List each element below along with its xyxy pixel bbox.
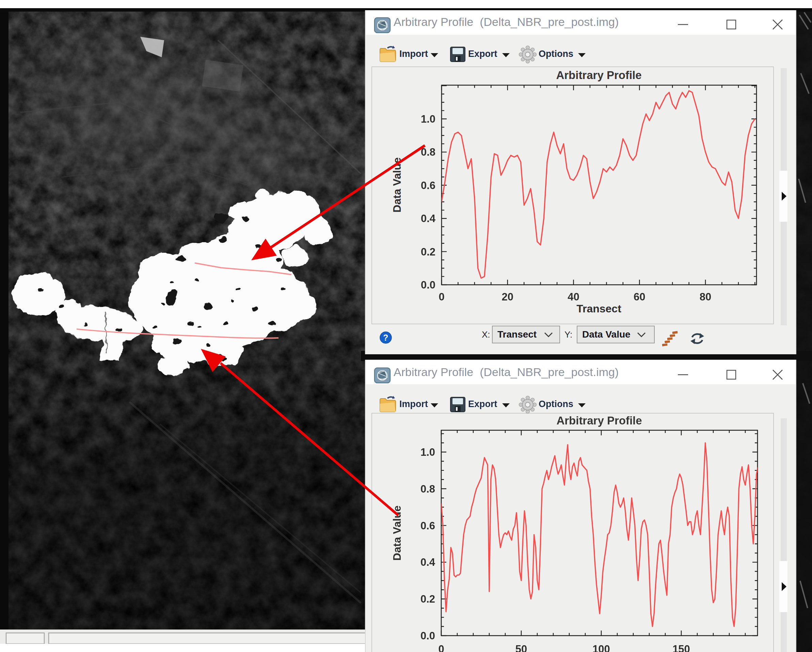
- svg-text:0.6: 0.6: [421, 179, 435, 191]
- svg-text:0.2: 0.2: [420, 593, 435, 605]
- svg-text:0.4: 0.4: [421, 213, 436, 225]
- svg-text:0.8: 0.8: [420, 483, 435, 495]
- svg-text:0.6: 0.6: [420, 520, 435, 532]
- svg-text:1.0: 1.0: [420, 446, 435, 458]
- svg-text:150: 150: [672, 643, 690, 652]
- svg-text:0: 0: [438, 291, 444, 303]
- svg-text:20: 20: [502, 291, 513, 303]
- svg-text:80: 80: [700, 291, 711, 303]
- svg-text:?: ?: [383, 333, 388, 342]
- svg-text:0.0: 0.0: [420, 630, 435, 642]
- svg-text:100: 100: [592, 643, 610, 652]
- svg-text:50: 50: [516, 643, 527, 652]
- svg-text:1.0: 1.0: [421, 113, 435, 125]
- svg-text:0.0: 0.0: [421, 279, 435, 291]
- svg-text:0.4: 0.4: [420, 556, 435, 568]
- svg-text:0: 0: [438, 643, 444, 652]
- svg-text:40: 40: [568, 291, 579, 303]
- svg-text:0.2: 0.2: [421, 246, 435, 258]
- svg-text:60: 60: [633, 291, 645, 303]
